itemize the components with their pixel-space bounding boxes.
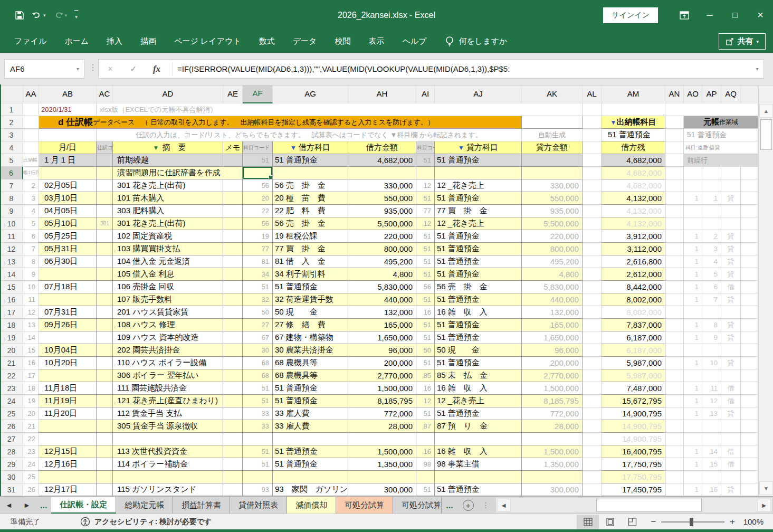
cell-ledger-seq[interactable] <box>702 217 721 230</box>
cell-ledger-account-ref[interactable]: 1 <box>684 293 702 306</box>
cell-credit-amount[interactable]: 1,500,000 <box>522 382 583 395</box>
cell-debit-balance[interactable]: 15,672,795 <box>602 395 665 407</box>
cell-credit-account[interactable]: 51 普通預金 <box>435 243 522 255</box>
cell-debit-code[interactable]: 56 <box>243 179 273 192</box>
name-box-value[interactable]: AF6 <box>5 64 71 73</box>
cell-date[interactable]: 07月31日 <box>39 306 97 319</box>
cell-an[interactable] <box>665 293 684 306</box>
cell-credit-amount[interactable]: 28,000 <box>522 420 583 433</box>
cell-ledger-account-ref[interactable] <box>684 369 702 382</box>
cell-ledger-account-ref[interactable]: 1 <box>684 483 702 496</box>
new-sheet-button[interactable]: + <box>463 500 474 511</box>
cell-ledger-seq[interactable] <box>702 471 721 483</box>
cell-date[interactable]: 06月30日 <box>39 255 97 268</box>
cell-ar[interactable] <box>741 420 758 433</box>
cell-ledger-account-ref[interactable]: 1 <box>684 243 702 255</box>
cell-ar[interactable] <box>741 433 758 445</box>
cell-entry-number[interactable]: 2 <box>23 179 39 192</box>
cell-memo[interactable] <box>223 483 243 496</box>
cell-memo[interactable] <box>223 407 243 420</box>
cell-aa[interactable] <box>23 103 39 116</box>
cell-debit-code[interactable]: 93 <box>243 483 273 496</box>
cell-summary[interactable]: 202 園芸共済掛金 <box>113 344 223 357</box>
cell-entry-number[interactable]: 帳1行目 <box>23 167 39 179</box>
cell-ledger-seq[interactable]: 1 <box>702 192 721 205</box>
cell-debit-balance[interactable]: 4,132,000 <box>602 217 665 230</box>
cell-memo[interactable] <box>223 344 243 357</box>
column-header-AN[interactable]: AN <box>665 86 684 103</box>
cell-al[interactable] <box>583 192 602 205</box>
cell-summary[interactable] <box>113 433 223 445</box>
cell-credit-amount[interactable]: 5,500,000 <box>522 217 583 230</box>
cell-ledger-account-ref[interactable]: 1 <box>684 445 702 458</box>
cell-entry-number[interactable]: 24 <box>23 458 39 471</box>
cell-an[interactable] <box>665 268 684 281</box>
cell-debit-code[interactable]: 68 <box>243 369 273 382</box>
cell-debit-balance[interactable]: 6,187,000 <box>602 344 665 357</box>
cell-summary[interactable]: 305 賃金手当 源泉徴収 <box>113 420 223 433</box>
cell-entry-number[interactable]: 16 <box>23 357 39 369</box>
cell-credit-code[interactable]: 77 <box>416 205 435 217</box>
formula-input-area[interactable]: × ✓ fx =IF(ISERROR(VALUE(MID(AD6,1,3))),… <box>98 59 764 79</box>
cell-debit-balance[interactable]: 8,002,000 <box>602 293 665 306</box>
cell-journal-code[interactable]: 301 <box>97 217 113 230</box>
column-header-AD[interactable]: AD <box>113 86 223 103</box>
cell-debit-account[interactable]: 27 修 繕 費 <box>273 319 348 331</box>
customize-qat-icon[interactable]: ▔▾ <box>74 12 78 18</box>
row-header-16[interactable]: 16 <box>0 293 23 306</box>
cell-credit-amount[interactable]: 495,200 <box>522 255 583 268</box>
cell-date[interactable]: 11月18日 <box>39 382 97 395</box>
cell-ar[interactable] <box>741 281 758 293</box>
cell-version-note[interactable]: xlsx版（EXCELでの元帳不具合解消） <box>97 103 583 116</box>
cell-ledger-seq[interactable] <box>702 306 721 319</box>
cell-ledger-seq[interactable]: 3 <box>702 243 721 255</box>
cell-al[interactable] <box>583 407 602 420</box>
cell-debit-balance[interactable]: 7,487,000 <box>602 382 665 395</box>
cell-debit-account[interactable]: 51 普通預金 <box>273 281 348 293</box>
cell-credit-code[interactable]: 51 <box>416 230 435 243</box>
cell-debit-account[interactable]: 50 現 金 <box>273 306 348 319</box>
cell-journal-code[interactable] <box>97 331 113 344</box>
cell-credit-account[interactable]: 51 普通預金 <box>435 357 522 369</box>
cell-an[interactable] <box>665 369 684 382</box>
cell-credit-code[interactable]: 51 <box>416 293 435 306</box>
cell-ar[interactable] <box>741 458 758 471</box>
cell-debit-balance[interactable]: 4,682,000 <box>602 167 665 179</box>
header-ledger-work-area[interactable]: 元帳作業域 <box>684 116 758 129</box>
cell-credit-account[interactable]: 16 雑 収 入 <box>435 445 522 458</box>
cell-memo[interactable] <box>223 281 243 293</box>
cell-ar[interactable] <box>741 483 758 496</box>
cell-al[interactable] <box>583 255 602 268</box>
cell-entry-number[interactable]: 3 <box>23 192 39 205</box>
cell-date[interactable]: 11月19日 <box>39 395 97 407</box>
cell-ledger-prev-row[interactable]: 前繰行 <box>684 154 758 167</box>
cell-entry-number[interactable]: 23 <box>23 445 39 458</box>
formula-text[interactable]: =IF(ISERROR(VALUE(MID(AD6,1,3))),"",VALU… <box>177 64 751 73</box>
select-all-corner[interactable] <box>0 86 23 103</box>
cell-entry-number[interactable]: 13 <box>23 319 39 331</box>
cell-ar[interactable] <box>741 205 758 217</box>
cell-entry-number[interactable]: 15 <box>23 344 39 357</box>
cell-credit-code[interactable]: 12 <box>416 395 435 407</box>
cell-ledger-dc[interactable]: 貸 <box>721 293 741 306</box>
cell-ledger-dc[interactable] <box>721 179 741 192</box>
cell-debit-balance[interactable]: 8,442,000 <box>602 281 665 293</box>
selected-cell-AF6[interactable] <box>243 167 273 179</box>
row-header-8[interactable]: 8 <box>0 192 23 205</box>
cell-debit-code[interactable]: 51 <box>243 458 273 471</box>
formula-bar-expand-icon[interactable]: ▾ <box>751 66 764 72</box>
cell-an[interactable] <box>665 179 684 192</box>
cell-date[interactable] <box>39 167 97 179</box>
cell-ledger-account-ref[interactable] <box>684 420 702 433</box>
cell-journal-code[interactable] <box>97 407 113 420</box>
cell-credit-amount[interactable]: 440,000 <box>522 293 583 306</box>
cell-credit-code[interactable]: 51 <box>416 255 435 268</box>
header-ledger-columns[interactable]: 科目:連番 借貸 <box>684 141 758 154</box>
cell-credit-code[interactable]: 87 <box>416 420 435 433</box>
row-header-25[interactable]: 25 <box>0 407 23 420</box>
cell-ledger-dc[interactable] <box>721 205 741 217</box>
cell-debit-account[interactable]: 32 荷造運賃手数 <box>273 293 348 306</box>
cell-ledger-dc[interactable] <box>721 217 741 230</box>
cell-credit-amount[interactable]: 8,185,795 <box>522 395 583 407</box>
row-header-9[interactable]: 9 <box>0 205 23 217</box>
